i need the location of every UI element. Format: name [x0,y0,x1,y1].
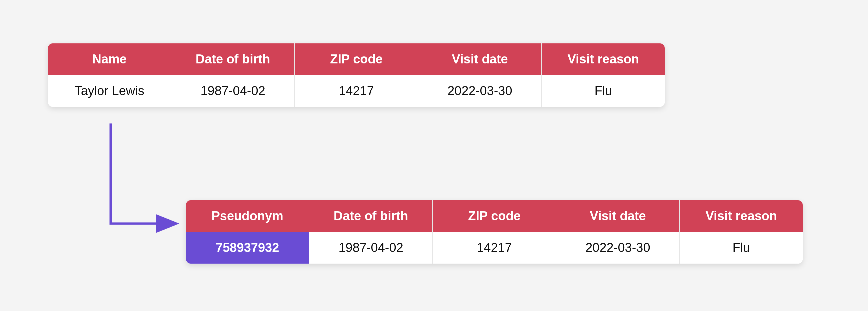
header-name: Name [48,44,170,75]
arrow-icon [105,123,191,233]
cell-dob: 1987-04-02 [171,75,294,107]
header-zip: ZIP code [295,44,418,75]
cell-visit-date: 2022-03-30 [556,232,679,264]
cell-visit-reason: Flu [542,75,665,107]
cell-pseudonym: 758937932 [186,232,309,264]
col-visit-reason: Visit reason Flu [542,44,665,107]
pseudonymized-table: Pseudonym 758937932 Date of birth 1987-0… [186,200,803,264]
original-table: Name Taylor Lewis Date of birth 1987-04-… [48,44,665,107]
header-pseudonym: Pseudonym [186,200,309,232]
col-visit-date: Visit date 2022-03-30 [418,44,542,107]
cell-zip: 14217 [433,232,556,264]
cell-visit-date: 2022-03-30 [418,75,541,107]
header-dob: Date of birth [171,44,294,75]
col-pseudonym: Pseudonym 758937932 [186,200,309,264]
col-name: Name Taylor Lewis [48,44,171,107]
col-visit-reason: Visit reason Flu [680,200,803,264]
cell-dob: 1987-04-02 [309,232,432,264]
col-dob: Date of birth 1987-04-02 [171,44,294,107]
header-visit-reason: Visit reason [680,200,803,232]
cell-visit-reason: Flu [680,232,803,264]
header-visit-date: Visit date [556,200,679,232]
cell-name: Taylor Lewis [48,75,170,107]
col-visit-date: Visit date 2022-03-30 [556,200,680,264]
header-visit-reason: Visit reason [542,44,665,75]
header-zip: ZIP code [433,200,556,232]
col-zip: ZIP code 14217 [433,200,556,264]
col-zip: ZIP code 14217 [295,44,418,107]
col-dob: Date of birth 1987-04-02 [309,200,433,264]
header-dob: Date of birth [309,200,432,232]
header-visit-date: Visit date [418,44,541,75]
cell-zip: 14217 [295,75,418,107]
